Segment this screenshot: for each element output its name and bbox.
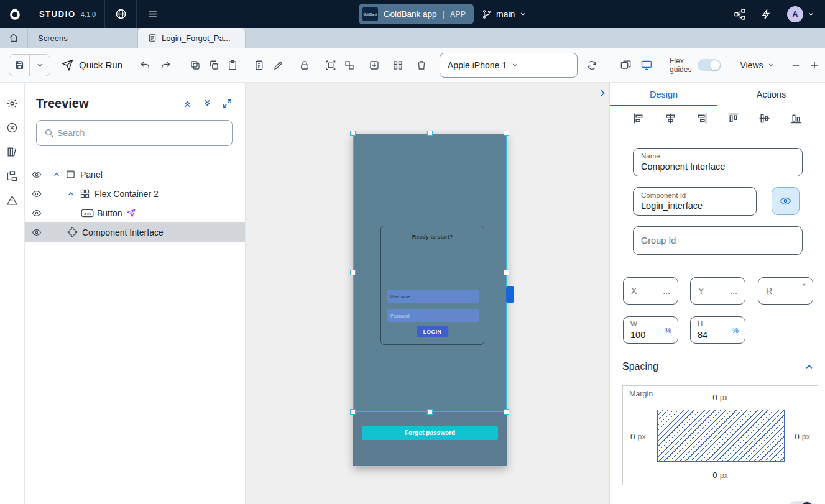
- group-id-input[interactable]: [641, 227, 797, 254]
- save-button[interactable]: [9, 54, 29, 76]
- selection-handle[interactable]: [504, 409, 509, 415]
- chevron-down-icon: [511, 61, 569, 69]
- align-center-horizontal-icon[interactable]: [664, 112, 677, 125]
- quick-run-icon: [62, 59, 73, 71]
- toggle-knob: [710, 60, 720, 70]
- x-position-field[interactable]: X ...: [623, 277, 678, 305]
- y-position-field[interactable]: Y ...: [690, 277, 745, 305]
- resize-grabber[interactable]: [506, 286, 514, 303]
- rotation-field[interactable]: R °: [758, 277, 813, 305]
- tab-screens[interactable]: Screens: [28, 28, 138, 48]
- views-dropdown[interactable]: Views: [740, 60, 775, 70]
- search-input[interactable]: [57, 128, 224, 138]
- panel-expand-chevron-icon[interactable]: [597, 86, 607, 100]
- margin-left-value[interactable]: 0px: [630, 431, 646, 442]
- tree-row-flex-container[interactable]: Flex Container 2: [25, 184, 245, 203]
- document-tab-bar: Screens Login_Forgot_Pa...: [0, 28, 825, 48]
- app-badge[interactable]: GoldBank GoldBank app | APP: [359, 4, 474, 24]
- collapse-chevron-icon[interactable]: [64, 190, 78, 198]
- collapse-all-icon[interactable]: [182, 98, 193, 109]
- height-field[interactable]: H 84 %: [690, 316, 745, 344]
- selection-handle[interactable]: [350, 131, 356, 136]
- save-options-chevron[interactable]: [30, 54, 50, 76]
- copy-style-icon[interactable]: [251, 56, 269, 75]
- expand-all-icon[interactable]: [202, 98, 213, 109]
- margin-top-value[interactable]: 0px: [623, 392, 818, 403]
- monitor-icon[interactable]: [637, 56, 656, 75]
- git-branch-icon: [482, 9, 492, 19]
- tab-login-forgot-page[interactable]: Login_Forgot_Pa...: [138, 28, 246, 48]
- library-icon[interactable]: [6, 146, 18, 158]
- user-menu[interactable]: A: [787, 6, 815, 22]
- pencil-icon[interactable]: [269, 56, 288, 75]
- components-grid-icon[interactable]: [389, 56, 407, 75]
- expand-view-icon[interactable]: [222, 98, 233, 109]
- device-selector[interactable]: Apple iPhone 15 (390×...: [440, 53, 578, 78]
- cancel-circle-icon[interactable]: [6, 122, 18, 134]
- globe-icon[interactable]: [105, 0, 136, 28]
- align-center-vertical-icon[interactable]: [758, 112, 771, 125]
- tree-row-component-interface[interactable]: Component Interface: [25, 222, 245, 242]
- margin-bottom-value[interactable]: 0px: [623, 469, 818, 480]
- app-badge-suffix: APP: [450, 10, 466, 19]
- settings-gear-icon[interactable]: [6, 98, 18, 109]
- width-field[interactable]: W 100 %: [623, 316, 678, 344]
- align-top-icon[interactable]: [727, 112, 740, 125]
- selection-handle[interactable]: [504, 131, 509, 136]
- configured-attributes-toggle[interactable]: [789, 501, 814, 504]
- hierarchy-icon[interactable]: [6, 170, 18, 182]
- branch-name: main: [496, 9, 515, 19]
- spacing-section-title: Spacing: [622, 361, 804, 372]
- collapse-chevron-icon[interactable]: [50, 171, 63, 178]
- copy-icon[interactable]: [205, 56, 223, 75]
- flex-guides-toggle[interactable]: [698, 59, 721, 71]
- flow-diagram-icon[interactable]: [734, 8, 746, 21]
- selection-handle[interactable]: [350, 270, 356, 275]
- component-id-input[interactable]: [641, 201, 751, 211]
- paste-icon[interactable]: [223, 56, 242, 75]
- trash-icon[interactable]: [412, 56, 431, 75]
- visibility-eye-icon[interactable]: [32, 227, 42, 237]
- selection-handle[interactable]: [427, 131, 433, 136]
- visibility-eye-icon[interactable]: [32, 189, 42, 199]
- duplicate-icon[interactable]: [186, 56, 205, 75]
- margin-right-value[interactable]: 0px: [795, 431, 810, 442]
- menu-hamburger-icon[interactable]: [137, 0, 168, 28]
- add-frame-icon[interactable]: [365, 56, 384, 75]
- margin-editor: Margin 0px 0px 0px 0px: [622, 385, 818, 485]
- lightning-bolt-icon[interactable]: [761, 9, 772, 20]
- undo-icon[interactable]: [136, 56, 155, 75]
- align-right-icon[interactable]: [695, 112, 708, 125]
- lock-icon[interactable]: [295, 56, 314, 75]
- align-left-icon[interactable]: [632, 112, 645, 125]
- design-canvas[interactable]: Ready to start? Username Password LOGIN …: [246, 83, 609, 504]
- tree-row-panel[interactable]: Panel: [25, 165, 245, 184]
- group-icon[interactable]: [321, 56, 340, 75]
- selection-handle[interactable]: [427, 409, 433, 415]
- phone-preview[interactable]: Ready to start? Username Password LOGIN …: [353, 134, 507, 466]
- zoom-out-icon[interactable]: [786, 56, 805, 75]
- visibility-eye-icon[interactable]: [32, 208, 42, 218]
- quick-run-button[interactable]: Quick Run: [62, 59, 122, 71]
- selection-handle[interactable]: [350, 409, 356, 415]
- warning-triangle-icon[interactable]: [6, 195, 18, 206]
- home-tab[interactable]: [0, 28, 28, 48]
- tab-design[interactable]: Design: [610, 83, 717, 106]
- chevron-down-icon: [519, 10, 527, 18]
- component-id-visibility-button[interactable]: [772, 187, 800, 215]
- ungroup-icon[interactable]: [340, 56, 359, 75]
- branch-selector[interactable]: main: [482, 0, 527, 28]
- selection-handle[interactable]: [504, 270, 509, 275]
- zoom-in-icon[interactable]: [805, 56, 824, 75]
- align-bottom-icon[interactable]: [790, 112, 803, 125]
- forgot-password-button[interactable]: Forgot password: [362, 426, 498, 440]
- tree-row-button[interactable]: BTN Button: [25, 203, 245, 222]
- spacing-collapse-chevron-icon[interactable]: [804, 362, 814, 372]
- sync-icon[interactable]: [583, 56, 601, 75]
- tab-actions[interactable]: Actions: [717, 83, 825, 106]
- visibility-eye-icon[interactable]: [32, 170, 42, 180]
- name-input[interactable]: [641, 162, 797, 172]
- studio-logo-icon[interactable]: [0, 0, 30, 28]
- redo-icon[interactable]: [156, 56, 175, 75]
- mirror-screen-icon[interactable]: [616, 56, 635, 75]
